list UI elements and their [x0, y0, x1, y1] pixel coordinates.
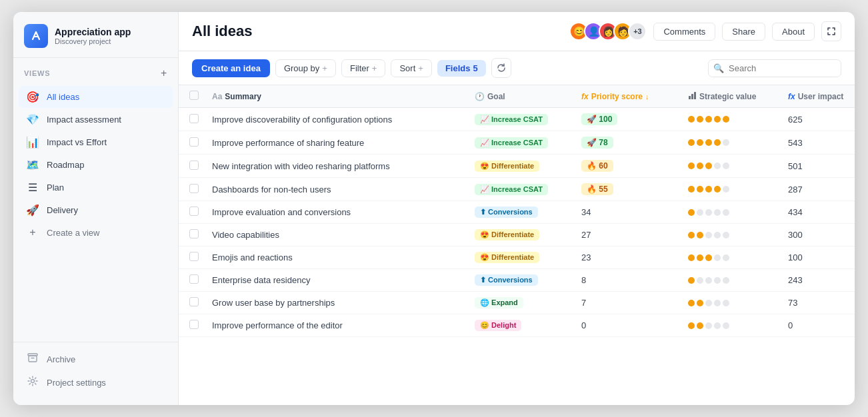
row-strategic: [681, 201, 781, 224]
toolbar: Create an idea Group by + Filter + Sort …: [179, 51, 855, 85]
fields-button[interactable]: Fields 5: [437, 60, 486, 77]
expand-button[interactable]: [821, 21, 841, 41]
filter-label: Filter: [350, 63, 369, 73]
row-checkbox-7[interactable]: [189, 274, 199, 284]
dot-empty: [723, 209, 729, 216]
row-user-impact: 501: [781, 155, 855, 178]
select-all-checkbox[interactable]: [189, 91, 199, 100]
row-checkbox-cell: [179, 246, 205, 269]
row-user-impact: 300: [781, 224, 855, 246]
sidebar-item-impact-vs-effort[interactable]: 📊 Impact vs Effort: [19, 131, 173, 153]
dot-empty: [723, 254, 729, 261]
sidebar-item-roadmap[interactable]: 🗺️ Roadmap: [19, 154, 173, 176]
row-strategic: [681, 224, 781, 246]
row-strategic: [681, 269, 781, 292]
refresh-button[interactable]: [491, 58, 511, 78]
priority-fx-label: fx: [581, 92, 589, 101]
avatar-group: 😊 👤 👩 🧑 +3: [569, 22, 647, 41]
dot-empty: [714, 209, 721, 216]
row-goal: 😍 Differentiate: [468, 155, 575, 178]
svg-rect-4: [691, 94, 693, 99]
sidebar-item-label: Delivery: [47, 205, 78, 215]
comments-button[interactable]: Comments: [653, 23, 715, 41]
create-idea-button[interactable]: Create an idea: [192, 59, 270, 77]
row-checkbox-2[interactable]: [189, 161, 199, 170]
sort-plus-icon: +: [418, 63, 423, 73]
strategic-dots: [688, 163, 775, 169]
row-checkbox-cell: [179, 314, 205, 337]
table-row: Dashboards for non-tech users📈 Increase …: [179, 178, 855, 201]
row-priority: 🚀 100: [575, 108, 681, 131]
row-checkbox-3[interactable]: [189, 184, 199, 193]
row-goal: 😍 Differentiate: [468, 224, 575, 246]
row-goal: ⬆ Conversions: [468, 201, 575, 224]
dot-filled: [688, 139, 695, 146]
dot-filled: [714, 186, 721, 193]
table-row: Improve evaluation and conversions⬆ Conv…: [179, 201, 855, 224]
row-checkbox-1[interactable]: [189, 137, 199, 147]
dot-empty: [697, 209, 703, 216]
dot-filled: [705, 163, 712, 169]
share-button[interactable]: Share: [722, 23, 765, 41]
col-header-goal: 🕐 Goal: [468, 85, 575, 108]
table-row: New integration with video resharing pla…: [179, 155, 855, 178]
sort-button[interactable]: Sort +: [391, 59, 431, 77]
row-summary: Improve performance of the editor: [205, 314, 468, 337]
dot-filled: [688, 186, 695, 193]
row-checkbox-4[interactable]: [189, 207, 199, 216]
sidebar-item-archive[interactable]: Archive: [19, 348, 173, 370]
app-window: Appreciation app Discovery project VIEWS…: [13, 12, 855, 405]
app-logo: [24, 24, 48, 48]
delivery-icon: 🚀: [25, 204, 40, 216]
sidebar-item-project-settings[interactable]: Project settings: [19, 371, 173, 394]
add-view-button[interactable]: +: [161, 67, 167, 79]
project-settings-label: Project settings: [47, 378, 106, 388]
priority-badge: 🚀 100: [581, 113, 617, 125]
row-goal: 😍 Differentiate: [468, 246, 575, 269]
row-strategic: [681, 131, 781, 155]
row-checkbox-6[interactable]: [189, 252, 199, 261]
row-strategic: [681, 246, 781, 269]
strategic-dots: [688, 116, 775, 123]
sidebar-item-all-ideas[interactable]: 🎯 All ideas: [19, 86, 173, 108]
row-checkbox-5[interactable]: [189, 229, 199, 238]
row-goal: 📈 Increase CSAT: [468, 178, 575, 201]
row-checkbox-8[interactable]: [189, 297, 199, 306]
row-goal: ⬆ Conversions: [468, 269, 575, 292]
create-view-icon: +: [25, 226, 40, 238]
dot-empty: [705, 232, 712, 238]
row-checkbox-0[interactable]: [189, 114, 199, 123]
settings-icon: [25, 376, 40, 389]
dot-filled: [688, 232, 695, 238]
dot-filled: [688, 322, 695, 329]
strategic-dots: [688, 277, 775, 284]
dot-filled: [697, 186, 703, 193]
create-view-button[interactable]: + Create a view: [19, 222, 173, 243]
sidebar-item-impact-assessment[interactable]: 💎 Impact assessment: [19, 109, 173, 131]
row-priority: 🔥 55: [575, 178, 681, 201]
group-by-button[interactable]: Group by +: [275, 59, 336, 77]
app-info: Appreciation app Discovery project: [55, 27, 131, 45]
search-wrap: 🔍: [708, 59, 841, 77]
table-row: Improve discoverability of configuration…: [179, 108, 855, 131]
priority-value: 7: [581, 298, 586, 308]
dot-empty: [723, 277, 729, 284]
strategic-dots: [688, 209, 775, 216]
row-user-impact: 434: [781, 201, 855, 224]
row-checkbox-cell: [179, 201, 205, 224]
about-button[interactable]: About: [772, 23, 815, 41]
row-checkbox-cell: [179, 155, 205, 178]
sidebar-item-plan[interactable]: ☰ Plan: [19, 177, 173, 199]
filter-button[interactable]: Filter +: [341, 59, 385, 77]
goal-badge: ⬆ Conversions: [475, 207, 538, 218]
search-input[interactable]: [708, 59, 841, 77]
row-checkbox-9[interactable]: [189, 320, 199, 329]
priority-value: 27: [581, 230, 591, 240]
sidebar-item-delivery[interactable]: 🚀 Delivery: [19, 199, 173, 221]
col-header-priority[interactable]: fx Priority score ↓: [575, 85, 681, 108]
row-summary: Video capabilities: [205, 224, 468, 246]
goal-badge: 📈 Increase CSAT: [475, 184, 548, 195]
strategic-dots: [688, 322, 775, 329]
row-checkbox-cell: [179, 108, 205, 131]
plan-icon: ☰: [25, 181, 40, 194]
